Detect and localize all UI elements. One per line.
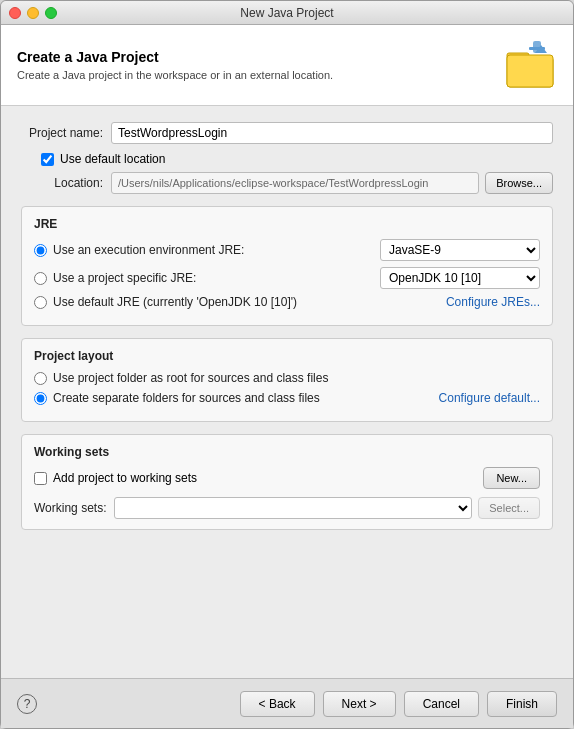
- jre-option2-row: Use a project specific JRE: OpenJDK 10 […: [34, 267, 540, 289]
- project-layout-title: Project layout: [34, 349, 540, 363]
- window: New Java Project Create a Java Project C…: [0, 0, 574, 729]
- add-to-ws-container: Add project to working sets: [34, 471, 197, 485]
- select-ws-button[interactable]: Select...: [478, 497, 540, 519]
- new-ws-button[interactable]: New...: [483, 467, 540, 489]
- traffic-lights: [9, 7, 57, 19]
- title-bar: New Java Project: [1, 1, 573, 25]
- default-location-checkbox[interactable]: [41, 153, 54, 166]
- working-sets-field-row: Working sets: Select...: [34, 497, 540, 519]
- jre-env-select[interactable]: JavaSE-9: [380, 239, 540, 261]
- configure-jres-link[interactable]: Configure JREs...: [438, 295, 540, 309]
- header-icon: [505, 39, 557, 91]
- help-button[interactable]: ?: [17, 694, 37, 714]
- jre-option1-row: Use an execution environment JRE: JavaSE…: [34, 239, 540, 261]
- jre-specific-select[interactable]: OpenJDK 10 [10]: [380, 267, 540, 289]
- back-button[interactable]: < Back: [240, 691, 315, 717]
- working-sets-title: Working sets: [34, 445, 540, 459]
- configure-default-link[interactable]: Configure default...: [431, 391, 540, 405]
- header-text: Create a Java Project Create a Java proj…: [17, 49, 333, 81]
- maximize-button[interactable]: [45, 7, 57, 19]
- layout-option2-radio[interactable]: [34, 392, 47, 405]
- project-name-label: Project name:: [21, 126, 111, 140]
- working-sets-section: Working sets Add project to working sets…: [21, 434, 553, 530]
- main-content: Project name: Use default location Locat…: [1, 106, 573, 678]
- jre-option2-radio[interactable]: [34, 272, 47, 285]
- next-button[interactable]: Next >: [323, 691, 396, 717]
- project-name-input[interactable]: [111, 122, 553, 144]
- jre-option2-label: Use a project specific JRE:: [53, 271, 380, 285]
- folder-icon: [505, 39, 557, 91]
- jre-option3-row: Use default JRE (currently 'OpenJDK 10 […: [34, 295, 540, 309]
- cancel-button[interactable]: Cancel: [404, 691, 479, 717]
- svg-rect-2: [507, 55, 553, 87]
- close-button[interactable]: [9, 7, 21, 19]
- working-sets-select[interactable]: [114, 497, 472, 519]
- jre-option3-label: Use default JRE (currently 'OpenJDK 10 […: [53, 295, 438, 309]
- location-input[interactable]: [111, 172, 479, 194]
- browse-button[interactable]: Browse...: [485, 172, 553, 194]
- add-to-ws-checkbox[interactable]: [34, 472, 47, 485]
- layout-option1-label: Use project folder as root for sources a…: [53, 371, 540, 385]
- navigation-buttons: < Back Next > Cancel Finish: [240, 691, 557, 717]
- jre-section-title: JRE: [34, 217, 540, 231]
- jre-option3-radio[interactable]: [34, 296, 47, 309]
- default-location-label: Use default location: [60, 152, 165, 166]
- finish-button[interactable]: Finish: [487, 691, 557, 717]
- jre-section: JRE Use an execution environment JRE: Ja…: [21, 206, 553, 326]
- project-layout-section: Project layout Use project folder as roo…: [21, 338, 553, 422]
- page-subtitle: Create a Java project in the workspace o…: [17, 69, 333, 81]
- project-name-row: Project name:: [21, 122, 553, 144]
- location-label: Location:: [21, 176, 111, 190]
- bottom-bar: ? < Back Next > Cancel Finish: [1, 678, 573, 728]
- location-row: Location: Browse...: [21, 172, 553, 194]
- layout-option2-label: Create separate folders for sources and …: [53, 391, 431, 405]
- add-to-ws-label: Add project to working sets: [53, 471, 197, 485]
- layout-option1-radio[interactable]: [34, 372, 47, 385]
- layout-option1-row: Use project folder as root for sources a…: [34, 371, 540, 385]
- minimize-button[interactable]: [27, 7, 39, 19]
- page-title: Create a Java Project: [17, 49, 333, 65]
- working-sets-add-row: Add project to working sets New...: [34, 467, 540, 489]
- window-title: New Java Project: [240, 6, 333, 20]
- jre-option1-label: Use an execution environment JRE:: [53, 243, 380, 257]
- header-section: Create a Java Project Create a Java proj…: [1, 25, 573, 106]
- ws-label: Working sets:: [34, 501, 114, 515]
- layout-option2-row: Create separate folders for sources and …: [34, 391, 540, 405]
- default-location-row: Use default location: [41, 152, 553, 166]
- jre-option1-radio[interactable]: [34, 244, 47, 257]
